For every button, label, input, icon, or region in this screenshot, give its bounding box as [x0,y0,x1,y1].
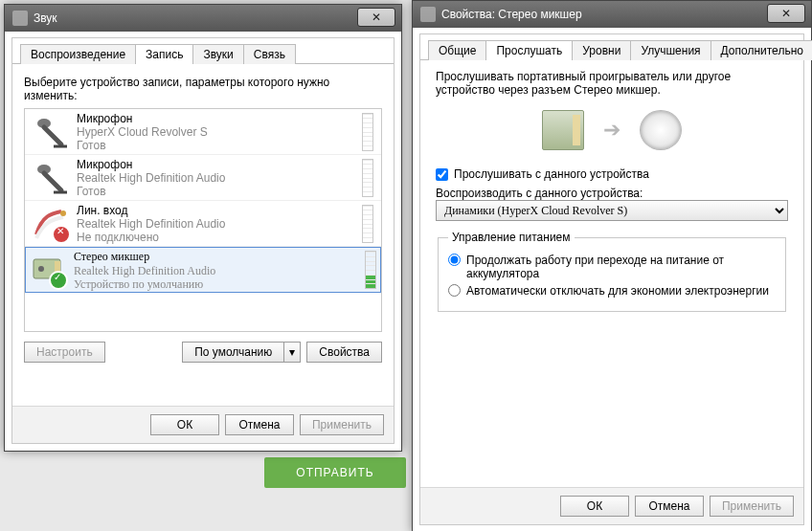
dialog-buttons: ОК Отмена Применить [420,487,803,524]
arrow-right-icon: ➔ [603,118,620,143]
window-title: Звук [34,11,57,25]
level-meter [362,205,373,243]
tab-strip: Общие Прослушать Уровни Улучшения Дополн… [420,34,803,60]
device-status: Готов [77,185,354,198]
svg-point-2 [60,210,66,216]
titlebar-sound[interactable]: Звук ✕ [5,5,401,32]
client-area: Общие Прослушать Уровни Улучшения Дополн… [419,33,804,525]
device-sub: HyperX Cloud Revolver S [77,125,354,139]
tab-sounds[interactable]: Звуки [192,44,243,64]
device-sub: Realtek High Definition Audio [77,217,354,231]
tab-recording[interactable]: Запись [135,44,193,64]
device-status: Готов [77,139,354,152]
device-microphone-realtek[interactable]: Микрофон Realtek High Definition Audio Г… [25,155,381,201]
speaker-icon [640,110,682,150]
playthrough-label: Воспроизводить с данного устройства: [436,187,788,200]
listen-checkbox[interactable] [436,168,448,181]
recording-pane: Выберите устройство записи, параметры ко… [12,64,394,368]
sound-window: Звук ✕ Воспроизведение Запись Звуки Связ… [4,4,402,452]
device-microphone-hyperx[interactable]: Микрофон HyperX Cloud Revolver S Готов [25,109,381,155]
power-management-group: Управление питанием Продолжать работу пр… [438,231,786,312]
power-radio-auto-off[interactable]: Автоматически отключать для экономии эле… [448,284,776,298]
close-icon[interactable]: ✕ [357,8,395,27]
set-default-main[interactable]: По умолчанию [182,342,283,363]
sound-card-icon [420,7,436,22]
apply-button[interactable]: Применить [300,414,384,435]
device-name: Лин. вход [77,204,354,217]
listen-pane: Прослушивать портативный проигрыватель и… [420,60,803,321]
sound-icon [12,11,28,26]
tab-general[interactable]: Общие [428,40,486,60]
device-sub: Realtek High Definition Audio [74,264,357,277]
ok-button[interactable]: ОК [560,496,629,517]
apply-button[interactable]: Применить [710,496,794,517]
microphone-icon [33,114,69,150]
tab-advanced[interactable]: Дополнительно [710,40,812,60]
device-stereo-mixer[interactable]: Стерео микшер Realtek High Definition Au… [25,247,381,293]
level-meter [362,159,373,197]
device-name: Стерео микшер [74,250,357,264]
tab-strip: Воспроизведение Запись Звуки Связь [12,38,394,64]
power-radio-continue[interactable]: Продолжать работу при переходе на питани… [448,254,776,280]
window-title: Свойства: Стерео микшер [441,8,582,21]
client-area: Воспроизведение Запись Звуки Связь Выбер… [11,37,395,444]
device-name: Микрофон [77,112,354,125]
properties-button[interactable]: Свойства [306,342,382,363]
playthrough-device-select[interactable]: Динамики (HyperX Cloud Revolver S) [436,200,788,221]
cancel-button[interactable]: Отмена [635,496,704,517]
close-icon[interactable]: ✕ [767,4,805,23]
radio-continue[interactable] [448,254,461,266]
send-button-background: ОТПРАВИТЬ [264,457,406,488]
radio-auto-off[interactable] [448,284,461,297]
listen-graphic: ➔ [436,110,788,150]
listen-checkbox-row[interactable]: Прослушивать с данного устройства [436,167,788,181]
instruction-text: Выберите устройство записи, параметры ко… [24,76,382,102]
tab-enhancements[interactable]: Улучшения [630,40,710,60]
line-in-icon [33,206,69,242]
device-name: Микрофон [77,158,354,171]
tab-playback[interactable]: Воспроизведение [20,44,136,64]
listen-description: Прослушивать портативный проигрыватель и… [436,70,788,97]
tab-communications[interactable]: Связь [243,44,296,64]
level-meter [365,251,376,289]
configure-button[interactable]: Настроить [24,342,105,363]
tab-levels[interactable]: Уровни [572,40,631,60]
titlebar-properties[interactable]: Свойства: Стерео микшер ✕ [413,1,811,28]
sound-card-icon [30,252,66,288]
tab-listen[interactable]: Прослушать [485,40,573,60]
sound-card-icon [542,110,584,150]
ok-button[interactable]: ОК [150,414,219,435]
device-status: Не подключено [77,231,354,244]
dialog-buttons: ОК Отмена Применить [12,406,394,443]
power-management-legend: Управление питанием [448,231,575,244]
device-sub: Realtek High Definition Audio [77,171,354,185]
device-list[interactable]: Микрофон HyperX Cloud Revolver S Готов М… [24,108,382,332]
microphone-icon [33,160,69,196]
set-default-dropdown[interactable]: ▾ [283,342,301,363]
svg-point-5 [38,266,44,272]
radio-auto-off-label: Автоматически отключать для экономии эле… [466,284,769,298]
level-meter [362,113,373,151]
device-status: Устройство по умолчанию [74,277,357,291]
cancel-button[interactable]: Отмена [225,414,294,435]
listen-checkbox-label: Прослушивать с данного устройства [454,167,649,181]
radio-continue-label: Продолжать работу при переходе на питани… [466,254,776,280]
set-default-button[interactable]: По умолчанию ▾ [182,342,301,363]
device-line-in[interactable]: Лин. вход Realtek High Definition Audio … [25,201,381,247]
properties-window: Свойства: Стерео микшер ✕ Общие Прослуша… [412,0,812,531]
